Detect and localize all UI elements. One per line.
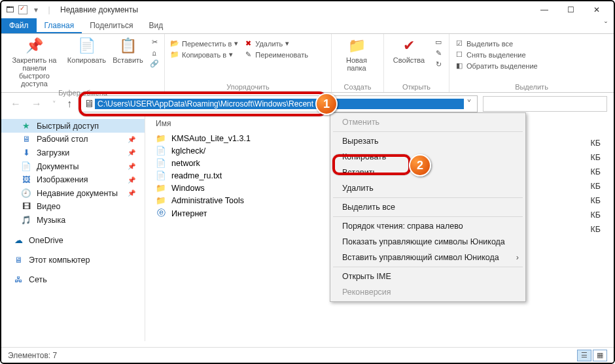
back-button[interactable]: ← — [8, 98, 24, 110]
up-button[interactable]: ↑ — [64, 98, 75, 110]
ctx-cut[interactable]: Вырезать — [330, 133, 525, 149]
copypath-small[interactable]: ⩍ — [150, 49, 159, 57]
sidebar-item-recent[interactable]: 🕘Недавние документы📌 — [1, 186, 145, 200]
sidebar-thispc-label: Этот компьютер — [29, 256, 90, 265]
sidebar-pictures-label: Изображения — [37, 175, 88, 184]
item-size: КБ — [591, 208, 601, 222]
open-small[interactable]: ▭ — [434, 38, 443, 46]
context-menu: Отменить Вырезать Копировать Вставить Уд… — [330, 112, 526, 302]
qat-dropdown[interactable]: ▾ — [31, 5, 41, 14]
selectnone-button[interactable]: ☐Снять выделение — [455, 50, 538, 59]
copy-icon: 📄 — [78, 37, 96, 55]
sidebar-item-video[interactable]: 🎞Видео — [1, 200, 145, 213]
sidebar-item-thispc[interactable]: 🖥Этот компьютер — [1, 254, 145, 267]
delete-button[interactable]: ✖Удалить ▾ — [243, 39, 308, 48]
rename-icon: ✎ — [243, 50, 253, 59]
recent-dropdown[interactable]: ˅ — [50, 100, 59, 108]
address-path[interactable]: C:\Users\USER\AppData\Roaming\Microsoft\… — [95, 99, 464, 109]
address-bar[interactable]: 🖥 C:\Users\USER\AppData\Roaming\Microsof… — [80, 95, 478, 112]
item-name: readme_ru.txt — [171, 171, 222, 180]
address-dropdown[interactable]: ˅ — [464, 98, 474, 110]
search-box[interactable] — [483, 96, 607, 112]
sidebar-item-quickaccess[interactable]: ★Быстрый доступ — [1, 119, 145, 133]
ctx-delete[interactable]: Удалить — [330, 180, 525, 196]
sidebar-onedrive-label: OneDrive — [29, 236, 63, 245]
properties-button[interactable]: ✔ Свойства — [389, 37, 429, 64]
tab-share[interactable]: Поделиться — [82, 18, 141, 33]
text-icon: 📄 — [156, 171, 166, 180]
callout-1: 1 — [315, 93, 338, 115]
selectall-button[interactable]: ☑Выделить все — [455, 39, 538, 48]
shortcut-icon: 🔗 — [150, 59, 159, 68]
ctx-showctl[interactable]: Показать управляющие символы Юникода — [330, 234, 525, 250]
sidebar-quick-label: Быстрый доступ — [37, 122, 99, 131]
edit-icon: ✎ — [434, 49, 443, 58]
forward-button[interactable]: → — [29, 98, 44, 110]
ctx-rtl[interactable]: Порядок чтения: справа налево — [330, 218, 525, 234]
selectall-icon: ☑ — [455, 39, 464, 48]
sidebar-item-network[interactable]: 🖧Сеть — [1, 273, 145, 286]
copyto-button[interactable]: 📁Копировать в ▾ — [170, 50, 238, 59]
paste-icon: 📋 — [119, 37, 137, 55]
rename-button[interactable]: ✎Переименовать — [243, 50, 308, 59]
tab-view[interactable]: Вид — [141, 18, 171, 33]
folder-icon: 📁 — [156, 133, 166, 143]
size-column: КБ КБ КБ КБ КБ КБ КБ — [591, 136, 601, 237]
video-icon: 🎞 — [21, 202, 31, 211]
delete-label: Удалить — [255, 40, 283, 48]
delete-icon: ✖ — [243, 39, 253, 48]
close-button[interactable]: ✕ — [584, 1, 610, 18]
titlebar: 🗔 ▾ | Недавние документы — ☐ ✕ — [1, 1, 614, 18]
selectinvert-button[interactable]: ◧Обратить выделение — [455, 61, 538, 70]
pin-icon: 📌 — [128, 190, 135, 197]
ctx-selectall[interactable]: Выделить все — [330, 199, 525, 215]
qat-icon-1[interactable]: 🗔 — [5, 5, 14, 14]
folder-icon: 📁 — [156, 183, 166, 193]
copy-button[interactable]: 📄 Копировать — [67, 37, 106, 64]
sidebar-item-documents[interactable]: 📄Документы📌 — [1, 159, 145, 173]
ie-icon: ⓔ — [156, 208, 166, 219]
edit-small[interactable]: ✎ — [434, 49, 443, 58]
item-name: network — [171, 159, 200, 168]
sidebar-network-label: Сеть — [29, 275, 47, 284]
tab-file[interactable]: Файл — [1, 18, 37, 33]
minimize-button[interactable]: — — [531, 1, 557, 18]
view-icons-button[interactable]: ▦ — [593, 350, 607, 361]
folder-icon: 📁 — [156, 195, 166, 205]
paste-button[interactable]: 📋 Вставить — [111, 37, 145, 64]
navbar: ← → ˅ ↑ 🖥 C:\Users\USER\AppData\Roaming\… — [1, 93, 614, 115]
pin-icon: 📌 — [128, 149, 135, 156]
sidebar-music-label: Музыка — [37, 216, 65, 225]
sidebar-item-downloads[interactable]: ⬇Загрузки📌 — [1, 146, 145, 159]
item-name: kglcheck/ — [171, 146, 205, 156]
pin-button[interactable]: 📌 Закрепить на панели быстрого доступа — [7, 37, 62, 88]
sidebar-item-pictures[interactable]: 🖼Изображения📌 — [1, 173, 145, 186]
pin-icon: 📌 — [128, 176, 135, 184]
open-icon: ▭ — [434, 38, 443, 46]
ribbon: 📌 Закрепить на панели быстрого доступа 📄… — [1, 34, 614, 93]
thispc-icon: 🖥 — [13, 256, 24, 265]
tab-home[interactable]: Главная — [37, 18, 82, 33]
sidebar-desktop-label: Рабочий стол — [37, 135, 88, 144]
ribbon-expand[interactable]: ˇ — [598, 18, 614, 33]
ctx-ime[interactable]: Открыть IME — [330, 269, 525, 284]
newfolder-button[interactable]: 📁 Новая папка — [337, 37, 376, 72]
qat-icon-2[interactable] — [18, 5, 27, 14]
cut-small[interactable]: ✂ — [150, 38, 159, 46]
paste-label: Вставить — [113, 56, 143, 64]
pin-label: Закрепить на панели быстрого доступа — [7, 56, 62, 88]
moveto-button[interactable]: 📂Переместить в ▾ — [170, 39, 238, 48]
pasteshortcut-small[interactable]: 🔗 — [150, 59, 159, 68]
ctx-insertctl[interactable]: Вставить управляющий символ Юникода — [330, 250, 525, 265]
sidebar-item-music[interactable]: 🎵Музыка — [1, 213, 145, 227]
sidebar-item-onedrive[interactable]: ☁OneDrive — [1, 233, 145, 247]
maximize-button[interactable]: ☐ — [557, 1, 584, 18]
sidebar-recent-label: Недавние документы — [37, 189, 118, 198]
sidebar-item-desktop[interactable]: 🖥Рабочий стол📌 — [1, 133, 145, 146]
view-details-button[interactable]: ☰ — [577, 350, 591, 361]
history-small[interactable]: ↻ — [434, 60, 443, 69]
desktop-icon: 🖥 — [21, 135, 31, 144]
callout-2: 2 — [409, 154, 431, 176]
item-size: КБ — [591, 193, 601, 208]
pictures-icon: 🖼 — [21, 175, 31, 184]
